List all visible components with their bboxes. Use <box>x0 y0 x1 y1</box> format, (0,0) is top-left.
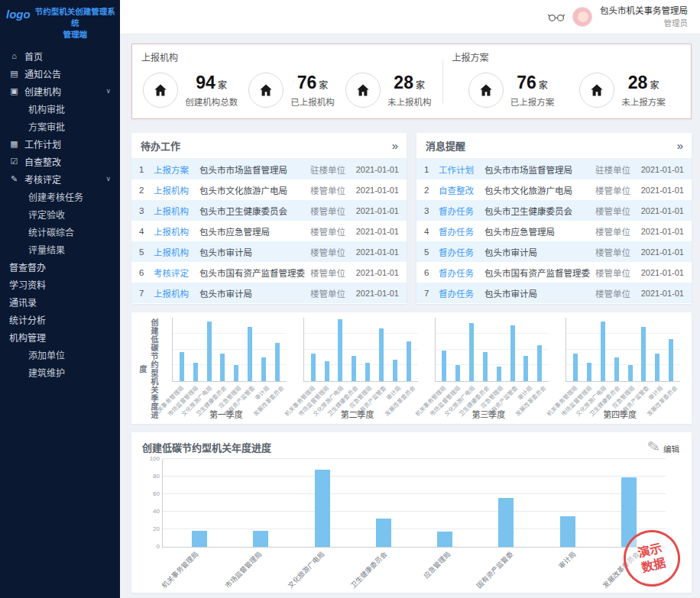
sidebar-item-通讯录[interactable]: 通讯录 <box>0 293 120 311</box>
row-link[interactable]: 上报机构 <box>154 246 195 258</box>
todo-panel-title: 待办工作 <box>141 138 180 153</box>
more-icon[interactable]: » <box>677 139 682 152</box>
row-org: 包头市卫生健康委员会 <box>484 205 591 217</box>
sidebar-item-统计分析[interactable]: 统计分析 <box>0 311 120 328</box>
row-date: 2021-01-01 <box>640 247 684 257</box>
row-org: 包头市应急管理局 <box>199 225 306 238</box>
home-icon <box>143 73 178 108</box>
sidebar-item-label: 创建考核任务 <box>28 190 83 203</box>
bar <box>601 322 605 381</box>
sidebar-item-添加单位[interactable]: 添加单位 <box>0 346 120 364</box>
sidebar-item-考核评定[interactable]: ✎考核评定∨ <box>0 170 120 188</box>
bar <box>483 352 488 381</box>
stats-row: 76家已上报方案28家未上报方案 <box>443 66 691 114</box>
sidebar-item-label: 评量结果 <box>28 243 65 256</box>
stat-item: 76家已上报方案 <box>468 73 555 108</box>
row-link[interactable]: 考核评定 <box>154 267 195 279</box>
bar <box>393 360 397 381</box>
row-link[interactable]: 督办任务 <box>439 205 480 217</box>
sidebar-item-机构审批[interactable]: 机构审批 <box>0 100 120 118</box>
quarter-chart-bars <box>173 318 287 381</box>
x-tick: 应急管理局 <box>414 548 477 587</box>
sidebar-item-统计碳综合[interactable]: 统计碳综合 <box>0 223 120 241</box>
bar <box>352 356 356 381</box>
sidebar-item-label: 通知公告 <box>24 67 61 80</box>
quarter-chart-x-labels: 机关事务管理局市场监督管理局文化旅游广电局卫生健康委员会应急管理局国有资产监管委… <box>435 382 549 408</box>
table-row: 7上报机构包头市审计局楼管单位2021-01-01 <box>131 283 407 303</box>
stat-unit: 家 <box>218 78 227 91</box>
sidebar-item-label: 工作计划 <box>24 137 61 150</box>
x-tick: 文化旅游广电局 <box>288 548 351 587</box>
bar <box>560 516 575 547</box>
sidebar-item-机构管理[interactable]: 机构管理 <box>0 328 120 346</box>
row-index: 7 <box>424 289 434 298</box>
sidebar-item-自查整改[interactable]: ☑自查整改 <box>0 153 120 170</box>
more-icon[interactable]: » <box>392 139 397 152</box>
annual-chart-bars <box>163 459 666 547</box>
y-tick-label: 60 <box>141 490 160 497</box>
sidebar-item-方案审批[interactable]: 方案审批 <box>0 118 120 135</box>
sidebar-item-通知公告[interactable]: ▤通知公告 <box>0 65 120 82</box>
sidebar-item-label: 考核评定 <box>24 173 61 186</box>
quarter-chart: 机关事务管理局市场监督管理局文化旅游广电局卫生健康委员会应急管理局国有资产监管委… <box>292 316 423 422</box>
messages-panel: 消息提醒 » 1工作计划包头市市场监督管理局驻楼单位2021-01-012自查整… <box>416 133 692 304</box>
bar <box>365 363 370 381</box>
sidebar-item-创建考核任务[interactable]: 创建考核任务 <box>0 188 120 205</box>
stat-item: 28家未上报方案 <box>579 73 666 108</box>
row-index: 1 <box>424 165 434 174</box>
edit-button[interactable]: ✎ 编辑 <box>647 439 679 454</box>
user-info[interactable]: 包头市机关事务管理局 管理员 <box>600 5 688 28</box>
bar <box>193 363 198 381</box>
stats-row: 94家创建机构总数76家已上报机构28家未上报机构 <box>132 66 442 114</box>
row-link[interactable]: 上报机构 <box>154 205 195 217</box>
stat-unit: 家 <box>416 78 425 91</box>
x-tick-label: 应急管理局 <box>421 549 452 580</box>
row-index: 3 <box>424 206 434 215</box>
bar <box>437 532 452 547</box>
row-index: 7 <box>139 289 149 298</box>
sidebar-item-label: 方案审批 <box>28 120 65 133</box>
row-link[interactable]: 上报机构 <box>154 184 195 196</box>
sidebar-item-建筑维护[interactable]: 建筑维护 <box>0 364 120 381</box>
row-link[interactable]: 自查整改 <box>439 184 480 196</box>
quarter-chart-x-labels: 机关事务管理局市场监督管理局文化旅游广电局卫生健康委员会应急管理局国有资产监管委… <box>172 382 287 408</box>
sidebar-item-督查督办[interactable]: 督查督办 <box>0 258 120 276</box>
row-link[interactable]: 工作计划 <box>439 163 480 176</box>
x-tick-label: 卫生健康委员会 <box>348 549 390 590</box>
row-link[interactable]: 督办任务 <box>439 267 480 279</box>
row-org: 包头市卫生健康委员会 <box>199 205 306 217</box>
sidebar-item-创建机构[interactable]: ▣创建机构∨ <box>0 82 120 100</box>
row-link[interactable]: 上报机构 <box>154 287 195 299</box>
row-tag: 楼管单位 <box>595 225 635 238</box>
row-org: 包头市审计局 <box>199 287 306 299</box>
quarter-chart-bars <box>566 318 680 381</box>
quarter-charts: 机关事务管理局市场监督管理局文化旅游广电局卫生健康委员会应急管理局国有资产监管委… <box>160 316 685 422</box>
sidebar-item-首页[interactable]: ⌂首页 <box>0 47 120 65</box>
row-link[interactable]: 督办任务 <box>439 287 480 299</box>
sidebar-item-评定验收[interactable]: 评定验收 <box>0 205 120 223</box>
bar <box>180 352 184 381</box>
row-link[interactable]: 上报方案 <box>154 163 195 176</box>
sidebar-item-label: 建筑维护 <box>28 366 65 379</box>
row-link[interactable]: 督办任务 <box>439 225 480 238</box>
sidebar-item-学习资料[interactable]: 学习资料 <box>0 276 120 293</box>
row-index: 6 <box>424 268 434 277</box>
bar <box>220 354 225 381</box>
quarter-chart: 机关事务管理局市场监督管理局文化旅游广电局卫生健康委员会应急管理局国有资产监管委… <box>554 316 685 422</box>
stat-value: 76 <box>297 73 317 93</box>
row-tag: 楼管单位 <box>595 287 635 299</box>
bar <box>455 365 460 381</box>
row-index: 2 <box>424 186 434 195</box>
plan-icon: ▦ <box>9 139 19 149</box>
logo: logo 节约型机关创建管理系统 管理端 <box>0 0 120 44</box>
avatar[interactable] <box>572 7 592 27</box>
bar <box>587 363 591 381</box>
row-tag: 驻楼单位 <box>310 163 350 176</box>
row-link[interactable]: 上报机构 <box>154 225 195 238</box>
row-link[interactable]: 督办任务 <box>439 246 480 258</box>
bar <box>537 345 542 381</box>
glasses-icon[interactable] <box>548 12 565 22</box>
sidebar-item-工作计划[interactable]: ▦工作计划 <box>0 135 120 153</box>
sidebar-item-评量结果[interactable]: 评量结果 <box>0 241 120 258</box>
row-tag: 楼管单位 <box>595 246 635 258</box>
